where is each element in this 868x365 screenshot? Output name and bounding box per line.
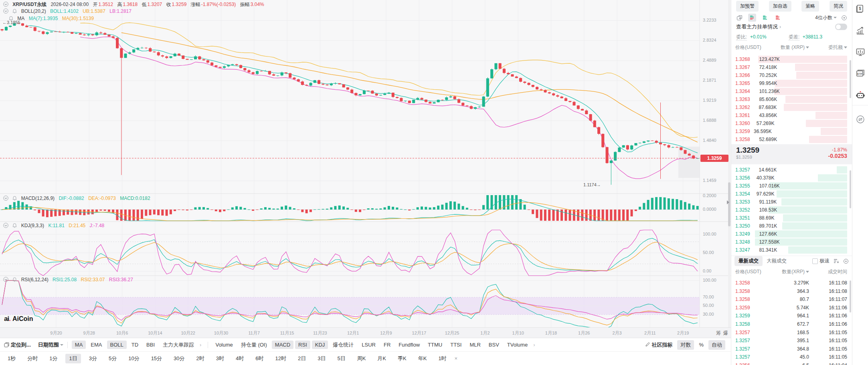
indicator-button-›[interactable]: › — [199, 341, 202, 349]
indicator-button-BSV[interactable]: BSV — [486, 341, 502, 349]
bid-row[interactable]: 1.325711.059K14.661K — [731, 166, 852, 174]
price-chart-svg[interactable] — [0, 0, 731, 338]
timeframe-2日[interactable]: 2日 — [294, 354, 310, 363]
locate-button[interactable]: 定位到... — [4, 341, 31, 349]
view-main-orders-link[interactable]: 查看主力挂单情况 — [736, 23, 778, 30]
timeframe-5日[interactable]: 5日 — [334, 354, 349, 363]
trade-qty-header[interactable]: 数量(XRP) — [782, 268, 809, 275]
alert-bell-icon[interactable] — [12, 196, 17, 202]
timeframe-2时[interactable]: 2时 — [193, 354, 208, 363]
indicator-button-MACD[interactable]: MACD — [272, 341, 293, 349]
book-bids-only-icon[interactable] — [761, 14, 769, 22]
indicator-button-MA[interactable]: MA — [72, 341, 86, 349]
pane-collapse-arrow[interactable] — [727, 200, 729, 204]
indicator-button-TTSI[interactable]: TTSI — [447, 341, 465, 349]
alert-bell-icon[interactable] — [12, 277, 17, 283]
book-asks-only-icon[interactable] — [774, 14, 782, 22]
popout-window-icon[interactable] — [735, 14, 743, 22]
toolbar-button-自动[interactable]: 自动 — [708, 340, 725, 350]
toolbar-button-%[interactable]: % — [696, 341, 707, 349]
timeframe-4时[interactable]: 4时 — [232, 354, 247, 363]
timeframe-年K[interactable]: 年K — [415, 354, 431, 363]
indicator-button-MLR[interactable]: MLR — [466, 341, 484, 349]
indicator-button-Fundflow[interactable]: Fundflow — [395, 341, 423, 349]
toolbar-button-对数[interactable]: 对数 — [677, 340, 694, 350]
last-price-block[interactable]: 1.3259 $1.3259 -1.87% -0.0253 — [731, 144, 852, 164]
kline-monitor-icon[interactable] — [856, 47, 865, 57]
indicator-button-›[interactable]: › — [532, 341, 536, 349]
etf-icon[interactable]: ETF — [856, 69, 865, 79]
collapse-chevron-icon[interactable] — [3, 8, 8, 15]
book-both-sides-icon[interactable] — [748, 14, 756, 22]
timeframe-5分[interactable]: 5分 — [105, 354, 120, 363]
ask-row[interactable]: 1.326893.026K123.427K — [731, 55, 852, 63]
qty-column-header[interactable]: 数量 (XRP) — [781, 44, 809, 51]
date-range-button[interactable]: 日期范围 — [38, 341, 63, 349]
timeframe-15分[interactable]: 15分 — [148, 354, 166, 363]
collapse-chevron-icon[interactable] — [3, 2, 8, 8]
indicator-button-BOLL[interactable]: BOLL — [107, 341, 127, 349]
indicator-button-EMA[interactable]: EMA — [87, 341, 105, 349]
bid-row[interactable]: 1.324896.285K127.558K — [731, 238, 852, 246]
ai-robot-icon[interactable] — [856, 91, 865, 100]
timeframe-3分[interactable]: 3分 — [85, 354, 101, 363]
timeframe-30分[interactable]: 30分 — [170, 354, 188, 363]
indicator-button-RSI[interactable]: RSI — [295, 341, 310, 349]
timeframe-1时[interactable]: 1时 — [435, 354, 450, 363]
indicator-button-KDJ[interactable]: KDJ — [312, 341, 328, 349]
alert-bell-icon[interactable] — [12, 223, 17, 229]
indicator-button-Volume[interactable]: Volume — [212, 341, 236, 349]
ask-row[interactable]: 1.325927.6K36.595K — [731, 127, 852, 135]
bid-row[interactable]: 1.325281.897K108.53K — [731, 206, 852, 214]
corner-button-爆[interactable]: 爆 — [723, 330, 728, 337]
timeframe-1日[interactable]: 1日 — [65, 354, 81, 363]
decimals-dropdown[interactable]: 4位小数 — [815, 14, 837, 21]
amount-column-header[interactable]: 委托额 — [828, 44, 847, 51]
corner-button-筹[interactable]: 筹 — [716, 330, 721, 337]
timeframe-3时[interactable]: 3时 — [212, 354, 228, 363]
fast-mode-checkbox[interactable]: 极速 — [812, 258, 830, 264]
trades-filter-icon[interactable] — [834, 258, 839, 264]
market-trend-icon[interactable] — [856, 26, 865, 35]
indicator-button-BBI[interactable]: BBI — [143, 341, 158, 349]
timeframe-1秒[interactable]: 1秒 — [4, 354, 19, 363]
indicator-button-FR[interactable]: FR — [380, 341, 394, 349]
bid-row[interactable]: 1.325166.931K88.69K — [731, 214, 852, 222]
indicator-button-持仓量 (OI)[interactable]: 持仓量 (OI) — [238, 340, 270, 350]
ask-row[interactable]: 1.326266.116K87.683K — [731, 103, 852, 111]
orderbook-settings-icon[interactable] — [840, 14, 848, 22]
timeframe-周K[interactable]: 周K — [354, 354, 370, 363]
timeframe-月K[interactable]: 月K — [374, 354, 390, 363]
timeframe-10分[interactable]: 10分 — [125, 354, 143, 363]
indicator-button-TTMU[interactable]: TTMU — [425, 341, 445, 349]
bids-scrollbar-thumb[interactable] — [850, 170, 851, 208]
indicator-button-主力大单跟踪[interactable]: 主力大单跟踪 — [160, 340, 197, 350]
timeframe-季K[interactable]: 季K — [394, 354, 410, 363]
bid-row[interactable]: 1.324996.354K127.66K — [731, 230, 852, 238]
trades-scrollbar-thumb[interactable] — [850, 280, 851, 313]
ask-row[interactable]: 1.326652.957K70.252K — [731, 71, 852, 79]
timeframe-6时[interactable]: 6时 — [252, 354, 267, 363]
trades-settings-icon[interactable] — [843, 258, 849, 264]
timeframe-12时[interactable]: 12时 — [272, 354, 290, 363]
bid-row[interactable]: 1.325473.66K97.629K — [731, 190, 852, 198]
alert-bell-icon[interactable] — [12, 9, 17, 15]
toolbar-button-社区指标[interactable]: 社区指标 — [642, 340, 676, 350]
bid-row[interactable]: 1.325630.46K40.378K — [731, 174, 852, 182]
timeframe-分时[interactable]: 分时 — [24, 354, 41, 363]
indicator-button-爆仓统计[interactable]: 爆仓统计 — [330, 340, 357, 350]
convert-icon[interactable] — [856, 115, 865, 124]
chart-scrollbar-thumb[interactable] — [728, 182, 730, 226]
tab-large-trades[interactable]: 大额成交 — [763, 256, 791, 266]
collapse-chevron-icon[interactable] — [3, 196, 8, 202]
action-button-策略[interactable]: 策略 — [801, 1, 819, 12]
ask-row[interactable]: 1.326754.585K72.418K — [731, 63, 852, 71]
bid-row[interactable]: 1.324761.403K81.341K — [731, 246, 852, 254]
indicator-button-TD[interactable]: TD — [128, 341, 142, 349]
asks-scrollbar-thumb[interactable] — [850, 60, 851, 98]
action-button-简况[interactable]: 简况 — [830, 1, 847, 12]
timeframe-close-icon[interactable]: × — [455, 355, 458, 361]
timeframe-1分[interactable]: 1分 — [46, 354, 61, 363]
ask-row[interactable]: 1.325839.741K52.689K — [731, 135, 852, 143]
chart-region[interactable]: XRP/USDT永续 2026-02-24 08:00 开1.3512 高1.3… — [0, 0, 731, 365]
